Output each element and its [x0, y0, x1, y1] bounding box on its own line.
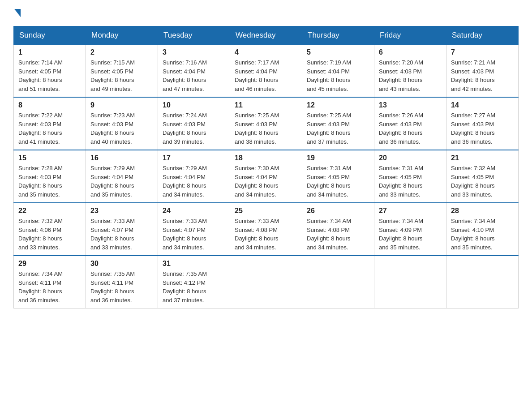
weekday-header-wednesday: Wednesday	[230, 26, 302, 45]
day-info: Sunrise: 7:34 AMSunset: 4:11 PMDaylight:…	[18, 270, 63, 304]
calendar-cell: 29 Sunrise: 7:34 AMSunset: 4:11 PMDaylig…	[14, 256, 86, 308]
day-info: Sunrise: 7:33 AMSunset: 4:08 PMDaylight:…	[235, 218, 279, 251]
calendar-cell: 4 Sunrise: 7:17 AMSunset: 4:04 PMDayligh…	[230, 45, 302, 98]
calendar-cell: 3 Sunrise: 7:16 AMSunset: 4:04 PMDayligh…	[158, 45, 230, 98]
calendar-cell: 20 Sunrise: 7:31 AMSunset: 4:05 PMDaylig…	[374, 150, 446, 203]
day-number: 24	[163, 207, 225, 215]
calendar-cell: 11 Sunrise: 7:25 AMSunset: 4:03 PMDaylig…	[230, 97, 302, 150]
day-number: 19	[307, 154, 369, 162]
calendar-cell: 25 Sunrise: 7:33 AMSunset: 4:08 PMDaylig…	[230, 203, 302, 256]
calendar-cell: 31 Sunrise: 7:35 AMSunset: 4:12 PMDaylig…	[158, 256, 230, 308]
day-info: Sunrise: 7:15 AMSunset: 4:05 PMDaylight:…	[90, 59, 135, 92]
day-number: 18	[235, 154, 297, 162]
day-number: 8	[18, 101, 81, 109]
weekday-header-tuesday: Tuesday	[158, 26, 230, 45]
day-number: 30	[90, 260, 153, 268]
calendar-cell: 8 Sunrise: 7:22 AMSunset: 4:03 PMDayligh…	[14, 97, 86, 150]
day-info: Sunrise: 7:32 AMSunset: 4:06 PMDaylight:…	[18, 218, 63, 251]
day-info: Sunrise: 7:31 AMSunset: 4:05 PMDaylight:…	[379, 165, 423, 198]
calendar-cell: 13 Sunrise: 7:26 AMSunset: 4:03 PMDaylig…	[374, 97, 446, 150]
day-number: 2	[90, 48, 153, 56]
calendar-cell: 6 Sunrise: 7:20 AMSunset: 4:03 PMDayligh…	[374, 45, 446, 98]
calendar-cell	[374, 256, 446, 308]
calendar-cell: 12 Sunrise: 7:25 AMSunset: 4:03 PMDaylig…	[302, 97, 374, 150]
day-info: Sunrise: 7:35 AMSunset: 4:11 PMDaylight:…	[90, 270, 135, 304]
day-number: 12	[307, 101, 369, 109]
day-info: Sunrise: 7:34 AMSunset: 4:09 PMDaylight:…	[379, 218, 423, 251]
day-info: Sunrise: 7:27 AMSunset: 4:03 PMDaylight:…	[451, 112, 495, 145]
day-number: 4	[235, 48, 297, 56]
day-number: 6	[379, 48, 442, 56]
day-number: 22	[18, 207, 81, 215]
calendar-cell: 28 Sunrise: 7:34 AMSunset: 4:10 PMDaylig…	[446, 203, 519, 256]
day-info: Sunrise: 7:33 AMSunset: 4:07 PMDaylight:…	[90, 218, 135, 251]
weekday-header-sunday: Sunday	[14, 26, 86, 45]
day-number: 27	[379, 207, 442, 215]
day-number: 25	[235, 207, 297, 215]
day-info: Sunrise: 7:25 AMSunset: 4:03 PMDaylight:…	[307, 112, 351, 145]
day-number: 17	[163, 154, 225, 162]
day-info: Sunrise: 7:25 AMSunset: 4:03 PMDaylight:…	[235, 112, 279, 145]
calendar-week-row: 22 Sunrise: 7:32 AMSunset: 4:06 PMDaylig…	[14, 203, 519, 256]
day-number: 13	[379, 101, 442, 109]
day-number: 5	[307, 48, 369, 56]
day-number: 7	[451, 48, 514, 56]
day-info: Sunrise: 7:31 AMSunset: 4:05 PMDaylight:…	[307, 165, 351, 198]
calendar-cell: 15 Sunrise: 7:28 AMSunset: 4:03 PMDaylig…	[14, 150, 86, 203]
calendar-table: SundayMondayTuesdayWednesdayThursdayFrid…	[13, 26, 519, 308]
day-info: Sunrise: 7:29 AMSunset: 4:04 PMDaylight:…	[90, 165, 135, 198]
calendar-cell: 21 Sunrise: 7:32 AMSunset: 4:05 PMDaylig…	[446, 150, 519, 203]
day-number: 16	[90, 154, 153, 162]
day-number: 31	[163, 260, 225, 268]
calendar-cell: 23 Sunrise: 7:33 AMSunset: 4:07 PMDaylig…	[86, 203, 158, 256]
calendar-cell: 19 Sunrise: 7:31 AMSunset: 4:05 PMDaylig…	[302, 150, 374, 203]
day-info: Sunrise: 7:35 AMSunset: 4:12 PMDaylight:…	[163, 270, 207, 304]
calendar-cell	[230, 256, 302, 308]
calendar-cell: 30 Sunrise: 7:35 AMSunset: 4:11 PMDaylig…	[86, 256, 158, 308]
logo-arrow-icon	[14, 9, 21, 17]
weekday-header-saturday: Saturday	[446, 26, 519, 45]
day-number: 10	[163, 101, 225, 109]
day-number: 14	[451, 101, 514, 109]
calendar-week-row: 15 Sunrise: 7:28 AMSunset: 4:03 PMDaylig…	[14, 150, 519, 203]
day-info: Sunrise: 7:30 AMSunset: 4:04 PMDaylight:…	[235, 165, 279, 198]
day-number: 21	[451, 154, 514, 162]
calendar-cell	[302, 256, 374, 308]
day-info: Sunrise: 7:21 AMSunset: 4:03 PMDaylight:…	[451, 59, 495, 92]
day-info: Sunrise: 7:19 AMSunset: 4:04 PMDaylight:…	[307, 59, 351, 92]
calendar-cell: 7 Sunrise: 7:21 AMSunset: 4:03 PMDayligh…	[446, 45, 519, 98]
weekday-header-friday: Friday	[374, 26, 446, 45]
day-number: 1	[18, 48, 81, 56]
logo	[13, 9, 21, 17]
calendar-cell: 24 Sunrise: 7:33 AMSunset: 4:07 PMDaylig…	[158, 203, 230, 256]
day-number: 3	[163, 48, 225, 56]
day-info: Sunrise: 7:26 AMSunset: 4:03 PMDaylight:…	[379, 112, 423, 145]
day-info: Sunrise: 7:34 AMSunset: 4:10 PMDaylight:…	[451, 218, 495, 251]
calendar-cell: 16 Sunrise: 7:29 AMSunset: 4:04 PMDaylig…	[86, 150, 158, 203]
weekday-header-row: SundayMondayTuesdayWednesdayThursdayFrid…	[14, 26, 519, 45]
day-number: 29	[18, 260, 81, 268]
page-header	[13, 9, 519, 17]
day-number: 15	[18, 154, 81, 162]
weekday-header-monday: Monday	[86, 26, 158, 45]
day-number: 26	[307, 207, 369, 215]
weekday-header-thursday: Thursday	[302, 26, 374, 45]
calendar-cell: 18 Sunrise: 7:30 AMSunset: 4:04 PMDaylig…	[230, 150, 302, 203]
day-info: Sunrise: 7:22 AMSunset: 4:03 PMDaylight:…	[18, 112, 63, 145]
calendar-cell: 27 Sunrise: 7:34 AMSunset: 4:09 PMDaylig…	[374, 203, 446, 256]
day-info: Sunrise: 7:34 AMSunset: 4:08 PMDaylight:…	[307, 218, 351, 251]
day-info: Sunrise: 7:29 AMSunset: 4:04 PMDaylight:…	[163, 165, 207, 198]
calendar-cell: 26 Sunrise: 7:34 AMSunset: 4:08 PMDaylig…	[302, 203, 374, 256]
day-info: Sunrise: 7:14 AMSunset: 4:05 PMDaylight:…	[18, 59, 63, 92]
calendar-cell: 22 Sunrise: 7:32 AMSunset: 4:06 PMDaylig…	[14, 203, 86, 256]
calendar-week-row: 1 Sunrise: 7:14 AMSunset: 4:05 PMDayligh…	[14, 45, 519, 98]
day-number: 20	[379, 154, 442, 162]
calendar-cell	[446, 256, 519, 308]
calendar-cell: 2 Sunrise: 7:15 AMSunset: 4:05 PMDayligh…	[86, 45, 158, 98]
calendar-cell: 5 Sunrise: 7:19 AMSunset: 4:04 PMDayligh…	[302, 45, 374, 98]
calendar-cell: 10 Sunrise: 7:24 AMSunset: 4:03 PMDaylig…	[158, 97, 230, 150]
calendar-cell: 9 Sunrise: 7:23 AMSunset: 4:03 PMDayligh…	[86, 97, 158, 150]
calendar-cell: 1 Sunrise: 7:14 AMSunset: 4:05 PMDayligh…	[14, 45, 86, 98]
day-number: 23	[90, 207, 153, 215]
day-info: Sunrise: 7:16 AMSunset: 4:04 PMDaylight:…	[163, 59, 207, 92]
